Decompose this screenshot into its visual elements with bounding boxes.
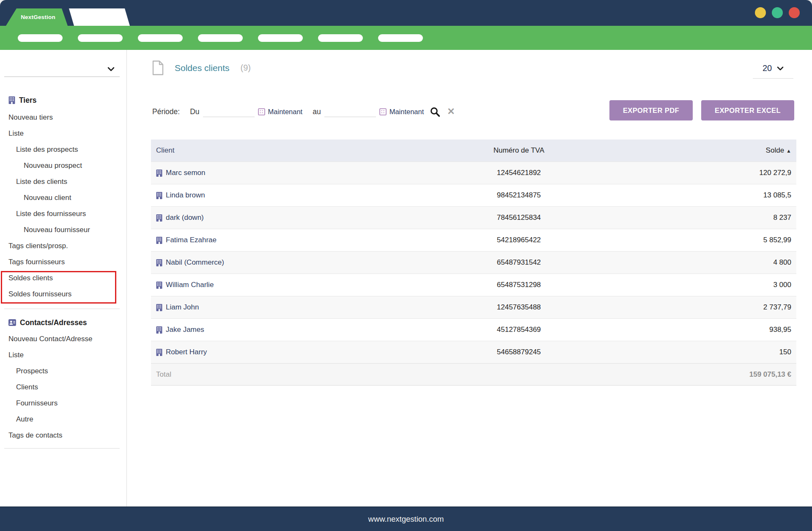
tva-cell: 12454621892 bbox=[435, 169, 603, 177]
sidebar-item-nouveau-prospect[interactable]: Nouveau prospect bbox=[0, 158, 127, 174]
from-now-link[interactable]: Maintenant bbox=[258, 108, 303, 116]
building-icon bbox=[156, 214, 162, 222]
blank-tab bbox=[69, 8, 130, 26]
column-header-client[interactable]: Client bbox=[151, 146, 435, 155]
calendar-icon bbox=[379, 108, 387, 115]
sidebar-divider bbox=[4, 309, 120, 309]
contacts-icon bbox=[8, 319, 16, 326]
building-icon bbox=[156, 237, 162, 244]
sidebar-item-nouveau-client[interactable]: Nouveau client bbox=[0, 190, 127, 206]
chevron-down-icon bbox=[777, 66, 784, 71]
footer-url: www.nextgestion.com bbox=[368, 515, 444, 524]
tva-cell: 78456125834 bbox=[435, 213, 603, 222]
sidebar-item-liste-des-fournisseurs[interactable]: Liste des fournisseurs bbox=[0, 206, 127, 222]
sidebar-item-clients[interactable]: Clients bbox=[0, 379, 127, 395]
nav-pill[interactable] bbox=[138, 34, 183, 42]
tva-cell: 65487531298 bbox=[435, 281, 603, 289]
table-row: Marc semon 12454621892 120 272,9 bbox=[151, 161, 796, 184]
nav-pill[interactable] bbox=[78, 34, 123, 42]
column-header-tva[interactable]: Numéro de TVA bbox=[435, 146, 603, 155]
maximize-dot[interactable] bbox=[772, 7, 783, 18]
page-size-select[interactable]: 20 bbox=[753, 63, 793, 79]
client-link[interactable]: dark (down) bbox=[166, 213, 204, 222]
tva-cell: 54218965422 bbox=[435, 236, 603, 244]
minimize-dot[interactable] bbox=[755, 7, 766, 18]
table-row: Liam John 12457635488 2 737,79 bbox=[151, 296, 796, 318]
client-link[interactable]: Fatima Ezahrae bbox=[166, 236, 217, 244]
table-row: William Charlie 65487531298 3 000 bbox=[151, 274, 796, 296]
nav-pill[interactable] bbox=[378, 34, 423, 42]
sidebar-group-contacts: Nouveau Contact/Adresse Liste Prospects … bbox=[0, 331, 127, 443]
date-to-input[interactable] bbox=[324, 106, 376, 117]
sort-asc-icon: ▲ bbox=[786, 148, 791, 154]
brand-label: NextGestion bbox=[18, 14, 55, 20]
nav-pill[interactable] bbox=[258, 34, 303, 42]
nav-pill-group bbox=[18, 34, 423, 42]
client-link[interactable]: Jake James bbox=[166, 326, 204, 334]
to-now-link[interactable]: Maintenant bbox=[379, 108, 424, 116]
search-icon[interactable] bbox=[430, 107, 440, 117]
sidebar-item-liste[interactable]: Liste bbox=[0, 126, 127, 142]
table-header-row: Client Numéro de TVA Solde▲ bbox=[151, 140, 796, 161]
tva-cell: 45127854369 bbox=[435, 326, 603, 334]
sidebar-item-nouveau-contact[interactable]: Nouveau Contact/Adresse bbox=[0, 331, 127, 347]
main-nav-bar bbox=[0, 26, 812, 50]
sidebar-item-prospects[interactable]: Prospects bbox=[0, 363, 127, 379]
table-row: Fatima Ezahrae 54218965422 5 852,99 bbox=[151, 229, 796, 251]
sidebar-item-tags-de-contacts[interactable]: Tags de contacts bbox=[0, 427, 127, 443]
building-icon bbox=[156, 349, 162, 356]
app-window: NextGestion bbox=[0, 0, 812, 531]
sidebar-item-liste-contacts[interactable]: Liste bbox=[0, 347, 127, 363]
solde-cell: 13 085,5 bbox=[603, 191, 796, 200]
building-icon bbox=[156, 304, 162, 311]
sidebar-item-liste-des-prospects[interactable]: Liste des prospects bbox=[0, 142, 127, 158]
sidebar-item-nouveau-fournisseur[interactable]: Nouveau fournisseur bbox=[0, 222, 127, 238]
result-count: (9) bbox=[241, 63, 251, 73]
table-total-row: Total 159 075,13 € bbox=[151, 363, 796, 386]
sidebar-item-tags-clients[interactable]: Tags clients/prosp. bbox=[0, 238, 127, 254]
solde-cell: 8 237 bbox=[603, 213, 796, 222]
page-size-value: 20 bbox=[763, 63, 772, 73]
nav-pill[interactable] bbox=[18, 34, 63, 42]
sidebar-item-soldes-fournisseurs[interactable]: Soldes fournisseurs bbox=[0, 286, 127, 302]
close-dot[interactable] bbox=[789, 7, 800, 18]
client-link[interactable]: Marc semon bbox=[166, 169, 206, 177]
sidebar-dropdown[interactable] bbox=[4, 63, 120, 77]
building-icon bbox=[156, 259, 162, 266]
client-link[interactable]: Linda brown bbox=[166, 191, 205, 200]
table-row: Jake James 45127854369 938,95 bbox=[151, 318, 796, 341]
client-link[interactable]: Nabil (Commerce) bbox=[166, 258, 224, 267]
section-title: Contacts/Adresses bbox=[20, 318, 87, 327]
to-label: au bbox=[313, 107, 321, 116]
date-from-input[interactable] bbox=[203, 106, 255, 117]
sidebar-item-nouveau-tiers[interactable]: Nouveau tiers bbox=[0, 109, 127, 126]
select-underline bbox=[753, 78, 793, 79]
document-icon bbox=[152, 60, 164, 75]
section-header-tiers: Tiers bbox=[8, 92, 37, 108]
sidebar-item-tags-fournisseurs[interactable]: Tags fournisseurs bbox=[0, 254, 127, 270]
tva-cell: 54658879245 bbox=[435, 348, 603, 356]
export-pdf-button[interactable]: EXPORTER PDF bbox=[609, 100, 693, 120]
sidebar-item-autre[interactable]: Autre bbox=[0, 411, 127, 427]
client-link[interactable]: William Charlie bbox=[166, 281, 214, 289]
solde-cell: 5 852,99 bbox=[603, 236, 796, 244]
window-controls bbox=[755, 7, 800, 18]
column-header-solde[interactable]: Solde▲ bbox=[603, 146, 796, 155]
clear-filter-icon[interactable]: ✕ bbox=[447, 107, 455, 116]
tva-cell: 98452134875 bbox=[435, 191, 603, 200]
sidebar-item-soldes-clients[interactable]: Soldes clients bbox=[0, 270, 127, 286]
nav-pill[interactable] bbox=[318, 34, 363, 42]
export-excel-button[interactable]: EXPORTER EXCEL bbox=[701, 100, 794, 120]
sidebar-item-fournisseurs[interactable]: Fournisseurs bbox=[0, 395, 127, 411]
sidebar-item-liste-des-clients[interactable]: Liste des clients bbox=[0, 174, 127, 190]
sidebar-group-tiers: Nouveau tiers Liste Liste des prospects … bbox=[0, 109, 127, 302]
nav-pill[interactable] bbox=[198, 34, 243, 42]
client-link[interactable]: Liam John bbox=[166, 303, 199, 312]
main-content: Soldes clients (9) 20 Période: Du Mainte… bbox=[127, 50, 812, 506]
solde-cell: 938,95 bbox=[603, 326, 796, 334]
export-buttons: EXPORTER PDF EXPORTER EXCEL bbox=[609, 100, 794, 120]
table-row: Robert Harry 54658879245 150 bbox=[151, 341, 796, 363]
solde-cell: 2 737,79 bbox=[603, 303, 796, 312]
client-link[interactable]: Robert Harry bbox=[166, 348, 207, 356]
calendar-icon bbox=[258, 108, 265, 115]
